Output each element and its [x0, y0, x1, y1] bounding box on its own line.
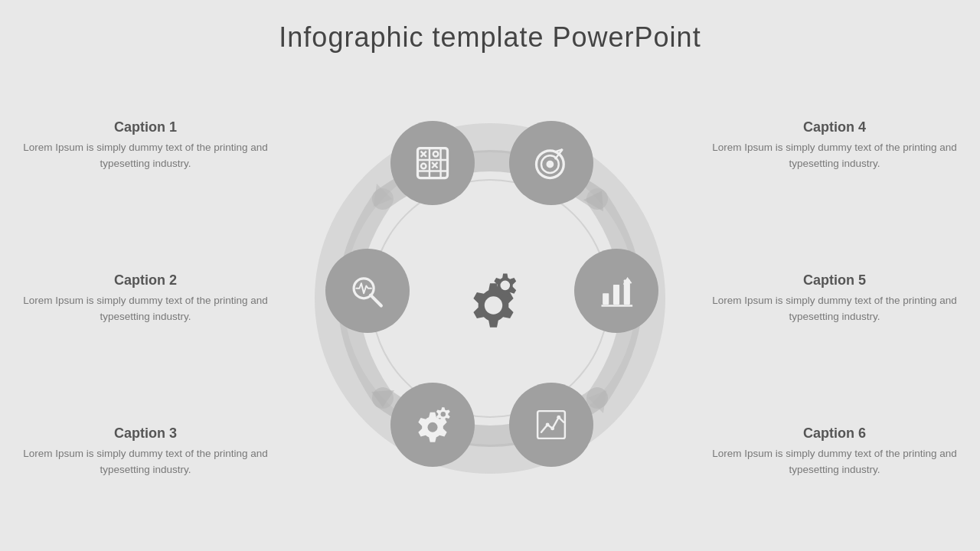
caption-2-text: Lorem Ipsum is simply dummy text of the …: [23, 293, 268, 324]
caption-1-text: Lorem Ipsum is simply dummy text of the …: [23, 140, 268, 171]
caption-4-text: Lorem Ipsum is simply dummy text of the …: [712, 140, 957, 171]
bar-chart-icon: [596, 271, 636, 311]
node-6: [509, 383, 593, 467]
node-5: [574, 249, 658, 333]
svg-line-24: [371, 295, 381, 306]
page-title: Infographic template PowerPoint: [0, 0, 980, 54]
node-3: [390, 383, 475, 467]
svg-point-32: [546, 423, 550, 427]
node-1: [390, 121, 475, 205]
caption-block-5: Caption 5 Lorem Ipsum is simply dummy te…: [712, 272, 957, 324]
diagram-center: [314, 99, 666, 497]
caption-block-3: Caption 3 Lorem Ipsum is simply dummy te…: [23, 425, 268, 478]
svg-point-34: [557, 416, 560, 419]
caption-3-text: Lorem Ipsum is simply dummy text of the …: [23, 446, 268, 478]
captions-right: Caption 4 Lorem Ipsum is simply dummy te…: [712, 54, 957, 543]
svg-point-15: [433, 152, 439, 157]
svg-point-33: [550, 426, 554, 430]
center-gears-icon: [456, 264, 524, 333]
svg-point-30: [441, 412, 446, 417]
gear-settings-icon: [413, 405, 452, 445]
caption-block-2: Caption 2 Lorem Ipsum is simply dummy te…: [23, 272, 268, 324]
svg-point-19: [547, 161, 554, 168]
svg-rect-31: [537, 411, 565, 439]
captions-left: Caption 1 Lorem Ipsum is simply dummy te…: [23, 54, 268, 543]
svg-point-16: [421, 164, 426, 169]
caption-2-title: Caption 2: [23, 272, 268, 289]
caption-block-4: Caption 4 Lorem Ipsum is simply dummy te…: [712, 119, 957, 171]
caption-5-text: Lorem Ipsum is simply dummy text of the …: [712, 293, 957, 324]
caption-3-title: Caption 3: [23, 425, 268, 442]
svg-rect-26: [613, 285, 619, 305]
caption-6-text: Lorem Ipsum is simply dummy text of the …: [712, 446, 957, 478]
svg-rect-25: [603, 293, 609, 305]
caption-4-title: Caption 4: [712, 119, 957, 135]
node-2: [325, 249, 410, 333]
caption-1-title: Caption 1: [23, 119, 268, 135]
center-gears: [456, 264, 524, 333]
grid-icon: [413, 143, 452, 183]
svg-point-29: [428, 422, 438, 432]
svg-point-36: [501, 281, 511, 291]
search-chart-icon: [348, 271, 387, 311]
line-chart-icon: [531, 405, 571, 445]
caption-6-title: Caption 6: [712, 425, 957, 442]
svg-point-35: [485, 296, 502, 314]
node-4: [509, 121, 593, 205]
caption-block-1: Caption 1 Lorem Ipsum is simply dummy te…: [23, 119, 268, 171]
caption-block-6: Caption 6 Lorem Ipsum is simply dummy te…: [712, 425, 957, 478]
target-icon: [531, 143, 571, 183]
caption-5-title: Caption 5: [712, 272, 957, 289]
main-container: Caption 1 Lorem Ipsum is simply dummy te…: [0, 54, 980, 543]
